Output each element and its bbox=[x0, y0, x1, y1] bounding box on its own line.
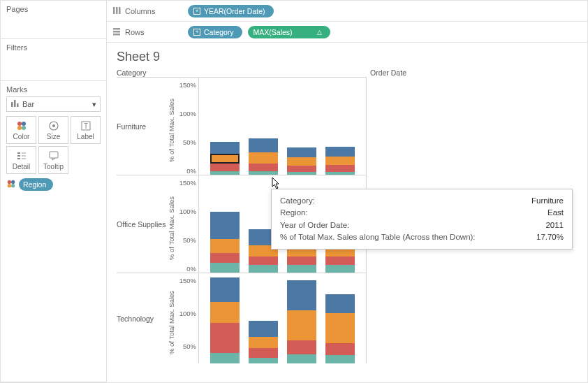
axis-title-2: % of Total Max. Sales bbox=[168, 280, 175, 364]
marks-type-dropdown[interactable]: Bar ▾ bbox=[6, 96, 101, 112]
marks-card: Marks Bar ▾ Color Size bbox=[1, 81, 106, 382]
svg-point-18 bbox=[8, 180, 11, 184]
svg-rect-24 bbox=[119, 7, 121, 14]
bar-tech-2012[interactable] bbox=[249, 321, 278, 363]
rows-icon bbox=[112, 27, 121, 37]
marks-color-button[interactable]: Color bbox=[6, 116, 36, 144]
svg-rect-23 bbox=[116, 7, 118, 14]
tooltip-icon bbox=[48, 150, 59, 161]
bar-office-2011[interactable] bbox=[210, 212, 240, 273]
svg-rect-25 bbox=[113, 28, 120, 30]
svg-rect-12 bbox=[17, 155, 20, 157]
marks-buttons-grid: Color Size T Label Detail Tooltip bbox=[6, 116, 101, 174]
svg-rect-14 bbox=[22, 152, 26, 154]
chevron-down-icon: ▾ bbox=[92, 100, 96, 109]
orderdate-header: Order Date bbox=[199, 68, 578, 77]
axis-title-0: % of Total Max. Sales bbox=[168, 88, 175, 172]
marks-label-button[interactable]: T Label bbox=[71, 116, 101, 144]
tooltip: Category:Furniture Region:East Year of O… bbox=[271, 189, 573, 250]
svg-rect-13 bbox=[17, 158, 20, 159]
svg-point-3 bbox=[17, 122, 22, 126]
bar-tech-2011[interactable] bbox=[210, 277, 240, 363]
color-dots-icon bbox=[6, 179, 16, 190]
pages-label: Pages bbox=[6, 5, 101, 13]
svg-point-5 bbox=[17, 126, 22, 130]
svg-rect-17 bbox=[50, 152, 58, 158]
svg-point-8 bbox=[52, 124, 55, 127]
bar-furniture-2012[interactable] bbox=[249, 138, 278, 175]
svg-rect-11 bbox=[17, 152, 20, 154]
svg-rect-16 bbox=[22, 158, 26, 159]
pill-max-sales[interactable]: MAX(Sales) △ bbox=[248, 26, 330, 38]
bars-technology bbox=[199, 273, 366, 363]
rows-shelf[interactable]: Rows + Category MAX(Sales) △ bbox=[107, 22, 587, 43]
row-label-office-supplies[interactable]: Office Supplies bbox=[117, 175, 172, 273]
marks-type-text: Bar bbox=[22, 100, 34, 108]
sheet-title: Sheet 9 bbox=[117, 50, 578, 64]
svg-rect-0 bbox=[11, 102, 13, 107]
seg-west[interactable] bbox=[210, 142, 240, 154]
expand-icon: + bbox=[193, 8, 200, 15]
expand-icon: + bbox=[193, 29, 200, 36]
seg-south-highlighted[interactable] bbox=[210, 154, 240, 164]
size-icon bbox=[48, 120, 59, 131]
svg-rect-26 bbox=[113, 31, 120, 33]
svg-rect-22 bbox=[113, 7, 115, 14]
pages-shelf[interactable]: Pages bbox=[1, 1, 106, 39]
row-labels-column: Furniture Office Supplies Technology bbox=[117, 77, 172, 363]
bars-furniture bbox=[199, 77, 366, 175]
marks-size-button[interactable]: Size bbox=[38, 116, 68, 144]
axis-column: % of Total Max. Sales 150% 100% 50% 0% %… bbox=[172, 77, 199, 363]
columns-shelf[interactable]: Columns + YEAR(Order Date) bbox=[107, 1, 587, 22]
svg-rect-15 bbox=[22, 155, 26, 157]
svg-rect-27 bbox=[113, 34, 120, 36]
cursor-icon bbox=[268, 176, 282, 193]
filters-label: Filters bbox=[6, 43, 101, 52]
svg-rect-1 bbox=[14, 100, 16, 107]
pill-year-orderdate[interactable]: + YEAR(Order Date) bbox=[188, 5, 274, 17]
bar-icon bbox=[10, 99, 19, 109]
svg-point-21 bbox=[11, 184, 15, 187]
bar-tech-2013[interactable] bbox=[287, 280, 316, 363]
chart-header-row: Category Order Date bbox=[117, 68, 578, 77]
region-on-color[interactable]: Region bbox=[6, 178, 101, 191]
sidebar: Pages Filters Marks Bar ▾ Color bbox=[1, 1, 107, 382]
bar-tech-2014[interactable] bbox=[325, 294, 355, 363]
svg-text:T: T bbox=[83, 122, 87, 130]
columns-icon bbox=[112, 6, 121, 16]
color-icon bbox=[16, 120, 27, 131]
svg-rect-2 bbox=[17, 103, 19, 107]
marks-tooltip-button[interactable]: Tooltip bbox=[38, 146, 68, 174]
bar-furniture-2011[interactable] bbox=[210, 142, 240, 175]
seg-east[interactable] bbox=[210, 164, 240, 171]
axis-title-1: % of Total Max. Sales bbox=[168, 186, 175, 270]
row-label-technology[interactable]: Technology bbox=[117, 273, 172, 363]
svg-point-20 bbox=[8, 184, 11, 187]
marks-label: Marks bbox=[6, 85, 101, 94]
category-header: Category bbox=[117, 68, 172, 77]
svg-point-19 bbox=[11, 180, 15, 184]
detail-icon bbox=[16, 150, 27, 161]
label-icon: T bbox=[80, 120, 91, 131]
columns-label: Columns bbox=[125, 7, 155, 15]
row-label-furniture[interactable]: Furniture bbox=[117, 77, 172, 175]
table-calc-icon: △ bbox=[317, 29, 322, 36]
marks-detail-button[interactable]: Detail bbox=[6, 146, 36, 174]
bar-furniture-2014[interactable] bbox=[325, 147, 355, 175]
svg-point-4 bbox=[22, 122, 26, 126]
region-pill-label: Region bbox=[23, 180, 46, 189]
rows-label: Rows bbox=[125, 28, 145, 36]
bar-furniture-2013[interactable] bbox=[287, 147, 316, 175]
filters-shelf[interactable]: Filters bbox=[1, 39, 106, 81]
svg-point-6 bbox=[22, 126, 26, 130]
pill-category[interactable]: + Category bbox=[188, 26, 242, 38]
